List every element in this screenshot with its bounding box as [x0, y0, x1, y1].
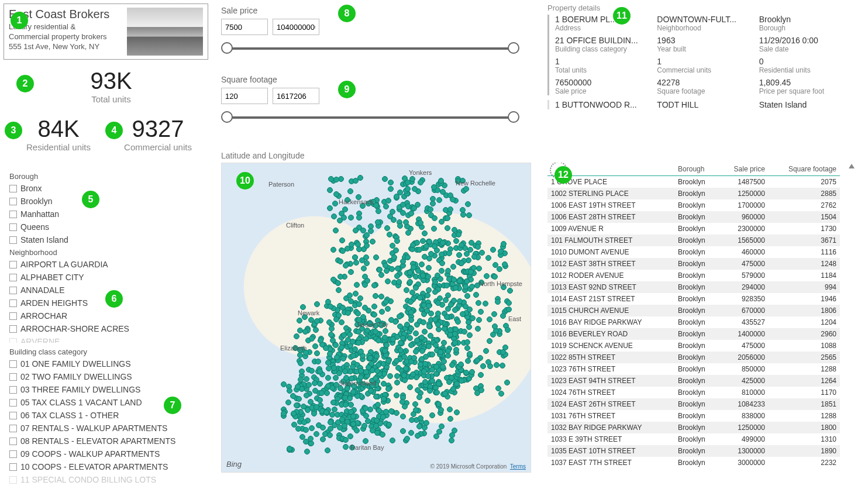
building-class-item[interactable]: 02 TWO FAMILY DWELLINGS — [9, 370, 202, 383]
checkbox-icon[interactable] — [9, 476, 17, 484]
building-class-item[interactable]: 10 COOPS - ELEVATOR APARTMENTS — [9, 460, 202, 473]
table-header[interactable]: Square footage — [769, 163, 840, 176]
checkbox-icon[interactable] — [9, 198, 17, 205]
table-row[interactable]: 1016 BEVERLEY ROADBrooklyn14000002960 — [547, 328, 840, 340]
table-row[interactable]: 1024 76TH STREETBrooklyn8100001170 — [547, 387, 840, 398]
checkbox-icon[interactable] — [9, 287, 17, 294]
table-row[interactable]: 1035 EAST 10TH STREETBrooklyn13000001890 — [547, 445, 840, 457]
table-scrollbar[interactable] — [847, 164, 856, 474]
table-row[interactable]: 1023 76TH STREETBrooklyn8500001288 — [547, 363, 840, 375]
neighborhood-item[interactable]: ARVERNE — [9, 335, 202, 343]
checkbox-icon[interactable] — [9, 386, 17, 394]
property-table[interactable]: BoroughSale priceSquare footage 1 GROVE … — [547, 163, 840, 478]
slicer-building-class-title: Building class category — [9, 347, 202, 356]
table-row[interactable]: 1033 E 39TH STREETBrooklyn4990001310 — [547, 433, 840, 445]
table-header[interactable]: Sale price — [719, 163, 769, 176]
table-row[interactable]: 1037 EAST 7TH STREETBrooklyn30000002232 — [547, 457, 840, 469]
checkbox-icon[interactable] — [9, 211, 17, 218]
borough-item[interactable]: Staten Island — [9, 233, 202, 244]
map-datapoints[interactable] — [222, 163, 531, 472]
table-row[interactable]: 1010 DUMONT AVENUEBrooklyn4600001116 — [547, 246, 840, 258]
table-row[interactable]: 1032 BAY RIDGE PARKWAYBrooklyn1250000180… — [547, 422, 840, 433]
borough-item[interactable]: Brooklyn — [9, 195, 202, 208]
sale-price-min-knob[interactable] — [221, 42, 233, 54]
table-row[interactable]: 1031 76TH STREETBrooklyn8380001288 — [547, 410, 840, 422]
table-row[interactable]: 1012 EAST 38TH STREETBrooklyn4750001248 — [547, 258, 840, 270]
building-class-item[interactable]: 09 COOPS - WALKUP APARTMENTS — [9, 447, 202, 460]
table-cell: Brooklyn — [674, 293, 719, 305]
neighborhood-item[interactable]: ARROCHAR-SHORE ACRES — [9, 322, 202, 335]
sqft-min-knob[interactable] — [221, 111, 233, 123]
borough-item[interactable]: Bronx — [9, 182, 202, 195]
checkbox-icon[interactable] — [9, 274, 17, 281]
sale-price-max-knob[interactable] — [508, 42, 519, 54]
table-cell: Brooklyn — [674, 422, 719, 433]
sale-price-min-input[interactable] — [221, 19, 268, 35]
table-cell: 1851 — [769, 398, 840, 410]
table-row[interactable]: 1023 EAST 94TH STREETBrooklyn4250001264 — [547, 375, 840, 387]
checkbox-icon[interactable] — [9, 261, 17, 268]
sqft-max-input[interactable] — [273, 88, 319, 104]
neighborhood-item[interactable]: AIRPORT LA GUARDIA — [9, 258, 202, 271]
table-row[interactable]: 101 FALMOUTH STREETBrooklyn15650003671 — [547, 235, 840, 246]
borough-item[interactable]: Manhattan — [9, 208, 202, 221]
sale-price-track[interactable] — [221, 42, 519, 54]
slicer-borough[interactable]: Borough BronxBrooklynManhattanQueensStat… — [9, 170, 202, 244]
table-row[interactable]: 1019 SCHENCK AVENUEBrooklyn4750001088 — [547, 340, 840, 352]
sqft-max-knob[interactable] — [508, 111, 519, 123]
table-row[interactable]: 1012 RODER AVENUEBrooklyn5790001184 — [547, 270, 840, 281]
details-row-1[interactable]: 1 BOERUM PL...Address DOWNTOWN-FULT...Ne… — [547, 15, 857, 95]
neighborhood-item[interactable]: ALPHABET CITY — [9, 271, 202, 284]
slider-sale-price[interactable]: Sale price — [221, 6, 519, 54]
slider-square-footage[interactable]: Square footage — [221, 75, 519, 123]
checkbox-icon[interactable] — [9, 399, 17, 407]
map-terms-link[interactable]: Terms — [510, 463, 526, 470]
checkbox-icon[interactable] — [9, 373, 17, 381]
table-cell: 1006 EAST 19TH STREET — [547, 199, 674, 211]
checkbox-icon[interactable] — [9, 338, 17, 343]
checkbox-icon[interactable] — [9, 185, 17, 192]
table-row[interactable]: 1006 EAST 19TH STREETBrooklyn17000002762 — [547, 199, 840, 211]
checkbox-icon[interactable] — [9, 236, 17, 244]
building-class-item[interactable]: 11 SPECIAL CONDO BILLING LOTS — [9, 473, 202, 485]
borough-item[interactable]: Queens — [9, 221, 202, 233]
slicer-building-class[interactable]: Building class category 01 ONE FAMILY DW… — [9, 345, 202, 485]
building-class-item[interactable]: 03 THREE FAMILY DWELLINGS — [9, 383, 202, 396]
table-header[interactable]: Borough — [674, 163, 719, 176]
table-cell: Brooklyn — [674, 235, 719, 246]
checkbox-icon[interactable] — [9, 425, 17, 432]
checkbox-icon[interactable] — [9, 412, 17, 419]
checkbox-icon[interactable] — [9, 223, 17, 231]
table-row[interactable]: 1014 EAST 21ST STREETBrooklyn9283501946 — [547, 293, 840, 305]
table-row[interactable]: 1016 BAY RIDGE PARKWAYBrooklyn4355271204 — [547, 316, 840, 328]
kpi-total-units: 93K Total units — [53, 68, 170, 104]
table-row[interactable]: 1009 AVENUE RBrooklyn23000001730 — [547, 223, 840, 235]
sale-price-max-input[interactable] — [273, 19, 319, 35]
building-class-item[interactable]: 08 RENTALS - ELEVATOR APARTMENTS — [9, 435, 202, 447]
borough-label: Bronx — [20, 184, 42, 193]
table-row[interactable]: 1015 CHURCH AVENUEBrooklyn6700001806 — [547, 305, 840, 316]
checkbox-icon[interactable] — [9, 325, 17, 333]
checkbox-icon[interactable] — [9, 438, 17, 445]
det-address-v: 1 BOERUM PL... — [555, 15, 649, 24]
checkbox-icon[interactable] — [9, 463, 17, 471]
table-row[interactable]: 1006 EAST 28TH STREETBrooklyn9600001504 — [547, 211, 840, 223]
sqft-min-input[interactable] — [221, 88, 268, 104]
table-row[interactable]: 1022 85TH STREETBrooklyn20560002565 — [547, 352, 840, 363]
table-row[interactable]: 1 GROVE PLACEBrooklyn14875002075 — [547, 176, 840, 188]
slicer-neighborhood-title: Neighborhood — [9, 248, 202, 257]
building-class-item[interactable]: 07 RENTALS - WALKUP APARTMENTS — [9, 422, 202, 435]
checkbox-icon[interactable] — [9, 299, 17, 307]
table-row[interactable]: 1024 EAST 26TH STREETBrooklyn10842331851 — [547, 398, 840, 410]
table-row[interactable]: 1013 EAST 92ND STREETBrooklyn294000994 — [547, 281, 840, 293]
checkbox-icon[interactable] — [9, 450, 17, 458]
scroll-up-icon[interactable] — [849, 164, 855, 168]
details-row-2[interactable]: 1 BUTTONWOOD R... TODT HILL Staten Islan… — [547, 100, 857, 109]
map-visual[interactable]: PatersonYonkersNew RochelleHackensackCli… — [221, 163, 531, 473]
table-row[interactable]: 1002 STERLING PLACEBrooklyn12500002885 — [547, 188, 840, 199]
checkbox-icon[interactable] — [9, 312, 17, 320]
sqft-track[interactable] — [221, 111, 519, 123]
building-class-item[interactable]: 01 ONE FAMILY DWELLINGS — [9, 357, 202, 370]
neighborhood-item[interactable]: ARROCHAR — [9, 309, 202, 322]
checkbox-icon[interactable] — [9, 360, 17, 368]
